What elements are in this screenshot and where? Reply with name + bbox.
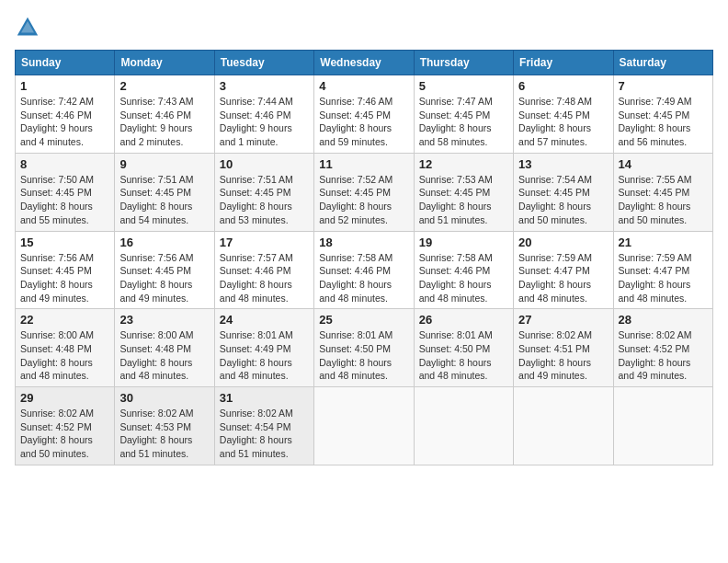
- calendar-day-cell: 10 Sunrise: 7:51 AMSunset: 4:45 PMDaylig…: [214, 153, 313, 231]
- calendar-week-row: 8 Sunrise: 7:50 AMSunset: 4:45 PMDayligh…: [16, 153, 713, 231]
- day-detail: Sunrise: 7:43 AMSunset: 4:46 PMDaylight:…: [119, 96, 193, 147]
- calendar-day-cell: 22 Sunrise: 8:00 AMSunset: 4:48 PMDaylig…: [16, 309, 115, 387]
- day-number: 4: [319, 79, 408, 93]
- calendar-day-cell: 13 Sunrise: 7:54 AMSunset: 4:45 PMDaylig…: [514, 153, 613, 231]
- weekday-header: Wednesday: [314, 51, 414, 75]
- calendar-day-cell: 1 Sunrise: 7:42 AMSunset: 4:46 PMDayligh…: [16, 75, 115, 154]
- weekday-header: Friday: [514, 51, 613, 75]
- page-header: [15, 15, 713, 40]
- calendar-day-cell: 24 Sunrise: 8:01 AMSunset: 4:49 PMDaylig…: [214, 309, 313, 387]
- day-detail: Sunrise: 7:46 AMSunset: 4:45 PMDaylight:…: [319, 96, 392, 147]
- calendar-day-cell: 19 Sunrise: 7:58 AMSunset: 4:46 PMDaylig…: [414, 231, 513, 309]
- calendar-day-cell: 31 Sunrise: 8:02 AMSunset: 4:54 PMDaylig…: [214, 387, 313, 465]
- calendar-day-cell: 8 Sunrise: 7:50 AMSunset: 4:45 PMDayligh…: [16, 153, 115, 231]
- day-number: 17: [220, 236, 309, 249]
- day-detail: Sunrise: 7:51 AMSunset: 4:45 PMDaylight:…: [220, 174, 293, 225]
- day-number: 16: [119, 236, 209, 249]
- day-detail: Sunrise: 8:01 AMSunset: 4:49 PMDaylight:…: [220, 329, 293, 381]
- calendar-day-cell: 21 Sunrise: 7:59 AMSunset: 4:47 PMDaylig…: [613, 231, 712, 309]
- day-detail: Sunrise: 8:02 AMSunset: 4:51 PMDaylight:…: [518, 329, 592, 381]
- day-detail: Sunrise: 7:59 AMSunset: 4:47 PMDaylight:…: [518, 252, 592, 304]
- calendar-day-cell: 7 Sunrise: 7:49 AMSunset: 4:45 PMDayligh…: [613, 75, 712, 154]
- day-detail: Sunrise: 8:02 AMSunset: 4:52 PMDaylight:…: [619, 329, 692, 381]
- calendar-day-cell: 16 Sunrise: 7:56 AMSunset: 4:45 PMDaylig…: [115, 231, 214, 309]
- day-number: 31: [220, 391, 309, 405]
- calendar-day-cell: 11 Sunrise: 7:52 AMSunset: 4:45 PMDaylig…: [314, 153, 414, 231]
- day-detail: Sunrise: 7:50 AMSunset: 4:45 PMDaylight:…: [20, 174, 94, 225]
- calendar-week-row: 22 Sunrise: 8:00 AMSunset: 4:48 PMDaylig…: [16, 309, 713, 387]
- calendar-day-cell: 18 Sunrise: 7:58 AMSunset: 4:46 PMDaylig…: [314, 231, 414, 309]
- calendar-day-cell: 28 Sunrise: 8:02 AMSunset: 4:52 PMDaylig…: [613, 309, 712, 387]
- day-detail: Sunrise: 7:47 AMSunset: 4:45 PMDaylight:…: [419, 96, 493, 147]
- day-number: 15: [20, 236, 109, 249]
- weekday-header: Monday: [115, 51, 214, 75]
- calendar-day-cell: 20 Sunrise: 7:59 AMSunset: 4:47 PMDaylig…: [514, 231, 613, 309]
- day-detail: Sunrise: 7:55 AMSunset: 4:45 PMDaylight:…: [619, 174, 692, 225]
- day-number: 6: [518, 79, 608, 93]
- weekday-header-row: SundayMondayTuesdayWednesdayThursdayFrid…: [16, 51, 713, 75]
- calendar-day-cell: 14 Sunrise: 7:55 AMSunset: 4:45 PMDaylig…: [613, 153, 712, 231]
- day-number: 7: [619, 79, 708, 93]
- calendar-week-row: 1 Sunrise: 7:42 AMSunset: 4:46 PMDayligh…: [16, 75, 713, 154]
- day-detail: Sunrise: 8:01 AMSunset: 4:50 PMDaylight:…: [319, 329, 392, 381]
- day-number: 21: [619, 236, 708, 249]
- day-number: 20: [518, 236, 608, 249]
- day-number: 22: [20, 313, 109, 327]
- calendar-day-cell: 29 Sunrise: 8:02 AMSunset: 4:52 PMDaylig…: [16, 387, 115, 465]
- calendar-day-cell: 23 Sunrise: 8:00 AMSunset: 4:48 PMDaylig…: [115, 309, 214, 387]
- day-detail: Sunrise: 7:54 AMSunset: 4:45 PMDaylight:…: [518, 174, 592, 225]
- day-detail: Sunrise: 7:58 AMSunset: 4:46 PMDaylight:…: [419, 252, 493, 304]
- calendar-day-cell: 17 Sunrise: 7:57 AMSunset: 4:46 PMDaylig…: [214, 231, 313, 309]
- logo: [15, 15, 44, 40]
- day-number: 1: [20, 79, 109, 93]
- day-number: 18: [319, 236, 408, 249]
- calendar-day-cell: 4 Sunrise: 7:46 AMSunset: 4:45 PMDayligh…: [314, 75, 414, 154]
- day-detail: Sunrise: 8:02 AMSunset: 4:53 PMDaylight:…: [119, 408, 193, 459]
- day-number: 27: [518, 313, 608, 327]
- day-number: 8: [20, 157, 109, 171]
- day-detail: Sunrise: 7:56 AMSunset: 4:45 PMDaylight:…: [20, 252, 94, 304]
- day-detail: Sunrise: 7:49 AMSunset: 4:45 PMDaylight:…: [619, 96, 692, 147]
- calendar-day-cell: 30 Sunrise: 8:02 AMSunset: 4:53 PMDaylig…: [115, 387, 214, 465]
- calendar-day-cell: [514, 387, 613, 465]
- calendar-day-cell: 15 Sunrise: 7:56 AMSunset: 4:45 PMDaylig…: [16, 231, 115, 309]
- calendar-week-row: 15 Sunrise: 7:56 AMSunset: 4:45 PMDaylig…: [16, 231, 713, 309]
- calendar-day-cell: 26 Sunrise: 8:01 AMSunset: 4:50 PMDaylig…: [414, 309, 513, 387]
- day-number: 2: [119, 79, 209, 93]
- weekday-header: Saturday: [613, 51, 712, 75]
- day-number: 9: [119, 157, 209, 171]
- calendar-day-cell: [613, 387, 712, 465]
- day-number: 12: [419, 157, 508, 171]
- day-number: 28: [619, 313, 708, 327]
- day-number: 5: [419, 79, 508, 93]
- calendar-day-cell: [414, 387, 513, 465]
- day-detail: Sunrise: 8:00 AMSunset: 4:48 PMDaylight:…: [20, 329, 94, 381]
- calendar-week-row: 29 Sunrise: 8:02 AMSunset: 4:52 PMDaylig…: [16, 387, 713, 465]
- calendar-day-cell: [314, 387, 414, 465]
- day-number: 14: [619, 157, 708, 171]
- day-number: 3: [220, 79, 309, 93]
- day-detail: Sunrise: 7:53 AMSunset: 4:45 PMDaylight:…: [419, 174, 493, 225]
- day-detail: Sunrise: 7:58 AMSunset: 4:46 PMDaylight:…: [319, 252, 392, 304]
- weekday-header: Tuesday: [214, 51, 313, 75]
- day-detail: Sunrise: 7:56 AMSunset: 4:45 PMDaylight:…: [119, 252, 193, 304]
- day-number: 23: [119, 313, 209, 327]
- calendar-day-cell: 12 Sunrise: 7:53 AMSunset: 4:45 PMDaylig…: [414, 153, 513, 231]
- day-detail: Sunrise: 8:00 AMSunset: 4:48 PMDaylight:…: [119, 329, 193, 381]
- calendar-day-cell: 5 Sunrise: 7:47 AMSunset: 4:45 PMDayligh…: [414, 75, 513, 154]
- day-number: 29: [20, 391, 109, 405]
- day-number: 26: [419, 313, 508, 327]
- day-detail: Sunrise: 7:44 AMSunset: 4:46 PMDaylight:…: [220, 96, 293, 147]
- day-number: 25: [319, 313, 408, 327]
- calendar-table: SundayMondayTuesdayWednesdayThursdayFrid…: [15, 50, 713, 465]
- logo-icon: [15, 15, 40, 40]
- day-number: 19: [419, 236, 508, 249]
- day-number: 24: [220, 313, 309, 327]
- day-detail: Sunrise: 8:02 AMSunset: 4:52 PMDaylight:…: [20, 408, 94, 459]
- calendar-day-cell: 9 Sunrise: 7:51 AMSunset: 4:45 PMDayligh…: [115, 153, 214, 231]
- day-detail: Sunrise: 8:01 AMSunset: 4:50 PMDaylight:…: [419, 329, 493, 381]
- weekday-header: Thursday: [414, 51, 513, 75]
- day-detail: Sunrise: 7:52 AMSunset: 4:45 PMDaylight:…: [319, 174, 392, 225]
- calendar-day-cell: 3 Sunrise: 7:44 AMSunset: 4:46 PMDayligh…: [214, 75, 313, 154]
- calendar-day-cell: 27 Sunrise: 8:02 AMSunset: 4:51 PMDaylig…: [514, 309, 613, 387]
